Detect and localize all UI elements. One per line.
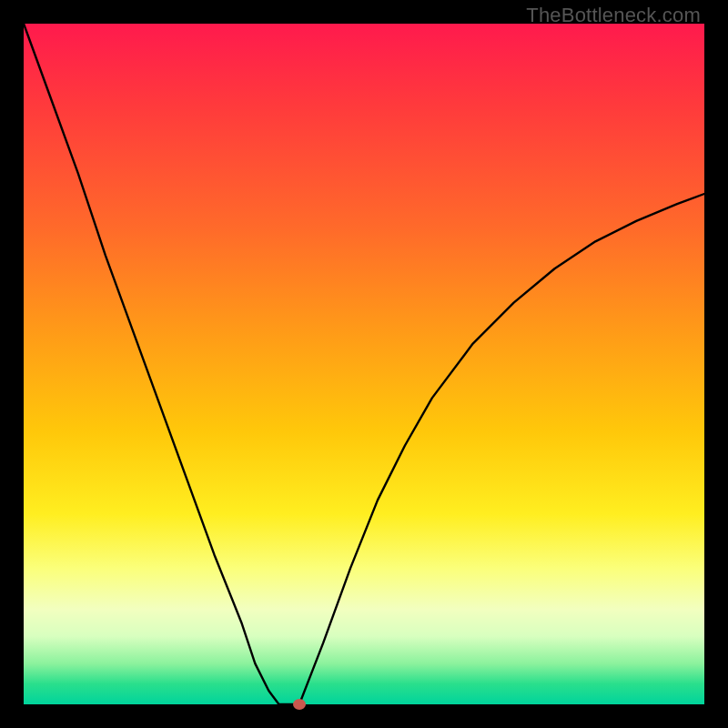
bottleneck-curve [24,24,704,704]
plot-area [24,24,704,704]
chart-frame: TheBottleneck.com [0,0,728,728]
curve-path [24,24,704,704]
vertex-marker [293,699,306,710]
